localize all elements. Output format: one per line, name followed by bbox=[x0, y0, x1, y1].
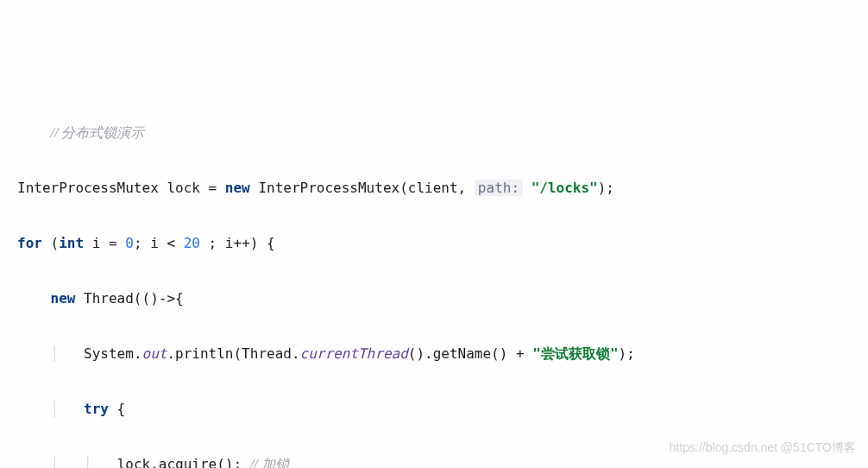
comment-lock: // 加锁 bbox=[250, 457, 289, 468]
inc: ; i++) { bbox=[200, 235, 275, 251]
keyword-new: new bbox=[225, 180, 250, 196]
code-line-3: for (int i = 0; i < 20 ; i++) { bbox=[17, 230, 851, 257]
field-out: out bbox=[142, 345, 167, 362]
eq: = bbox=[200, 180, 225, 196]
keyword-new: new bbox=[51, 290, 76, 307]
var-lock: lock bbox=[167, 180, 200, 196]
thread-lambda: Thread(()->{ bbox=[75, 290, 183, 307]
string-locks: "/locks" bbox=[531, 180, 598, 196]
num-20: 20 bbox=[184, 235, 200, 251]
println: .println(Thread. bbox=[167, 345, 299, 362]
semi: ); bbox=[619, 345, 635, 362]
code-line-2: InterProcessMutex lock = new InterProces… bbox=[17, 174, 851, 202]
lock-acquire: lock.acquire(); bbox=[117, 456, 250, 468]
code-line-7: │ │ lock.acquire(); // 加锁 bbox=[17, 451, 851, 468]
code-line-6: │ try { bbox=[17, 395, 851, 423]
code-line-1: // 分布式锁演示 bbox=[17, 119, 851, 147]
cond: ; i < bbox=[134, 235, 184, 251]
keyword-for: for bbox=[17, 235, 42, 251]
getname: ().getName() + bbox=[408, 345, 533, 362]
code-line-4: new Thread(()->{ bbox=[17, 285, 851, 313]
method-currentThread: currentThread bbox=[300, 345, 408, 362]
eq: = bbox=[100, 235, 125, 251]
keyword-int: int bbox=[59, 235, 84, 251]
brace: { bbox=[109, 401, 125, 417]
keyword-try: try bbox=[84, 401, 109, 417]
ctor: InterProcessMutex bbox=[258, 180, 399, 196]
arg-client: client bbox=[408, 180, 458, 196]
var-i: i bbox=[92, 235, 101, 251]
param-hint-path: path: bbox=[475, 180, 523, 196]
type: InterProcessMutex bbox=[17, 180, 159, 196]
string-try-lock: "尝试获取锁" bbox=[532, 345, 618, 362]
comment: // 分布式锁演示 bbox=[51, 125, 145, 140]
sys: System. bbox=[84, 345, 142, 362]
code-line-5: │ System.out.println(Thread.currentThrea… bbox=[17, 340, 851, 368]
hint-label: path: bbox=[478, 180, 519, 196]
num-0: 0 bbox=[125, 235, 134, 251]
